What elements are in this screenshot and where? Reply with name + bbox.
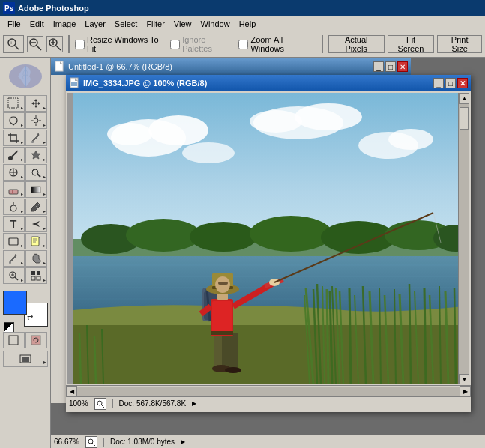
crop-tool[interactable]: ▸ (3, 130, 25, 146)
tools-panel: ▸ ▸ ▸ ▸ (0, 58, 51, 448)
foreground-color-swatch[interactable] (3, 291, 27, 315)
scroll-thumb[interactable] (460, 107, 469, 130)
svg-point-69 (126, 219, 201, 252)
menu-image[interactable]: Image (49, 18, 81, 30)
bg-statusbar: 66.67% Doc: 1.03M/0 bytes ▶ (51, 435, 485, 448)
tool-row-7: ▸ ▸ (3, 199, 48, 215)
menu-help[interactable]: Help (235, 18, 261, 30)
magic-wand-tool[interactable]: ▸ (25, 112, 47, 129)
extra-tool[interactable]: ▸ (25, 267, 47, 284)
scroll-down-btn[interactable]: ▼ (459, 374, 469, 384)
standard-mode-btn[interactable] (3, 332, 25, 348)
img-win-close[interactable]: ✕ (457, 78, 468, 88)
img-window[interactable]: IMG_3334.JPG @ 100% (RGB/8) _ □ ✕ (66, 75, 471, 412)
move-tool[interactable]: ▸ (25, 95, 47, 112)
type-tool[interactable]: T ▸ (3, 216, 25, 232)
hand-tool[interactable]: ▸ (25, 250, 47, 267)
history-brush-tool[interactable]: ▸ (25, 164, 47, 181)
bg-status-arrow[interactable]: ▶ (181, 438, 185, 445)
zoom-all-windows-group: Zoom All Windows (238, 35, 316, 53)
hscroll-track[interactable] (77, 387, 460, 396)
eraser-tool[interactable]: ▸ (3, 181, 25, 198)
selection-tool[interactable]: ▸ (3, 95, 25, 112)
svg-rect-29 (12, 190, 13, 194)
swap-colors-icon[interactable]: ⇄ (27, 313, 37, 324)
eyedropper2-tool[interactable]: ▸ (3, 250, 25, 267)
toolbar: + Resize Windows To Fit Ignore Palettes … (0, 31, 485, 58)
zoom-all-checkbox[interactable] (238, 40, 248, 49)
bg-status-divider (103, 438, 104, 447)
ignore-palettes-checkbox[interactable] (170, 40, 180, 49)
quick-mask-btn[interactable] (25, 332, 47, 348)
svg-line-3 (15, 46, 19, 49)
bg-zoom-preview-btn[interactable] (85, 436, 97, 448)
bg-win-close[interactable]: ✕ (397, 61, 408, 72)
toolbar-zoom-tool[interactable]: + (3, 35, 24, 53)
clone-tool[interactable]: ▸ (3, 164, 25, 181)
horizontal-scrollbar[interactable]: ◀ ▶ (66, 385, 471, 396)
svg-rect-28 (9, 190, 18, 194)
vertical-scrollbar[interactable]: ▲ ▼ (458, 93, 469, 384)
svg-line-96 (424, 288, 426, 384)
img-window-controls: _ □ ✕ (433, 78, 468, 88)
svg-rect-80 (73, 325, 463, 384)
gradient-tool[interactable]: ▸ (25, 181, 47, 198)
pen-tool[interactable]: ▸ (25, 199, 47, 215)
menu-edit[interactable]: Edit (25, 18, 49, 30)
photoshop-feather (3, 61, 48, 91)
tool-row-1: ▸ ▸ (3, 95, 48, 112)
tool-row-3: ▸ ▸ (3, 130, 48, 146)
svg-text:Ps: Ps (4, 4, 14, 13)
shape-tool[interactable]: ▸ (3, 233, 25, 249)
bg-window-controls: _ □ ✕ (373, 61, 408, 72)
img-win-minimize[interactable]: _ (433, 78, 444, 88)
bg-win-maximize[interactable]: □ (385, 61, 396, 72)
bg-win-minimize[interactable]: _ (373, 61, 384, 72)
lasso-tool[interactable]: ▸ (3, 112, 25, 129)
fit-screen-btn[interactable]: Fit Screen (388, 35, 435, 53)
print-size-btn[interactable]: Print Size (437, 35, 482, 53)
reset-colors-icon[interactable] (4, 322, 14, 333)
svg-point-60 (107, 123, 152, 145)
scroll-right-btn[interactable]: ▶ (460, 386, 471, 397)
zoom-plus-btn[interactable] (46, 36, 63, 52)
scroll-left-btn[interactable]: ◀ (66, 386, 77, 397)
menu-layer[interactable]: Layer (80, 18, 110, 30)
tool-row-11: ▸ ▸ (3, 267, 48, 284)
img-canvas-area: ▲ ▼ (67, 93, 469, 384)
svg-point-71 (250, 216, 332, 252)
zoom-tool[interactable]: ▸ (3, 267, 25, 284)
svg-point-70 (190, 222, 257, 252)
brush-tool[interactable]: ▸ (3, 147, 25, 163)
scroll-track[interactable] (459, 104, 469, 374)
toolbar-separator-2 (322, 35, 323, 53)
eyedropper-tool[interactable]: ▸ (25, 130, 47, 146)
menu-window[interactable]: Window (196, 18, 235, 30)
svg-point-63 (250, 110, 302, 133)
menu-select[interactable]: Select (110, 18, 142, 30)
resize-windows-checkbox[interactable] (75, 40, 85, 49)
menu-file[interactable]: File (3, 18, 25, 30)
zoom-preview-btn[interactable] (94, 398, 106, 410)
menu-filter[interactable]: Filter (142, 18, 169, 30)
zoom-minus-btn[interactable] (27, 36, 43, 52)
screen-mode-btn[interactable]: ▸ (3, 351, 48, 367)
svg-rect-46 (37, 271, 40, 275)
actual-pixels-btn[interactable]: Actual Pixels (328, 35, 385, 53)
path-selection-tool[interactable]: ▸ (25, 216, 47, 232)
scroll-up-btn[interactable]: ▲ (459, 93, 469, 104)
img-win-maximize[interactable]: □ (445, 78, 456, 88)
bg-window-titlebar[interactable]: Untitled-1 @ 66.7% (RGB/8) _ □ ✕ (51, 58, 411, 75)
svg-rect-131 (218, 282, 228, 285)
dodge-tool[interactable]: ▸ (3, 199, 25, 215)
bg-window-title-group: Untitled-1 @ 66.7% (RGB/8) (54, 61, 172, 73)
menu-view[interactable]: View (169, 18, 196, 30)
status-arrow-right[interactable]: ▶ (192, 400, 196, 407)
heal-tool[interactable]: ▸ (25, 147, 47, 163)
notes-tool[interactable]: ▸ (25, 233, 47, 249)
tool-row-5: ▸ ▸ (3, 164, 48, 181)
screen-mode-row: ▸ (3, 351, 48, 367)
main-content: ▸ ▸ ▸ ▸ (0, 58, 485, 448)
img-window-titlebar[interactable]: IMG_3334.JPG @ 100% (RGB/8) _ □ ✕ (66, 75, 471, 91)
status-divider-1 (112, 399, 113, 408)
